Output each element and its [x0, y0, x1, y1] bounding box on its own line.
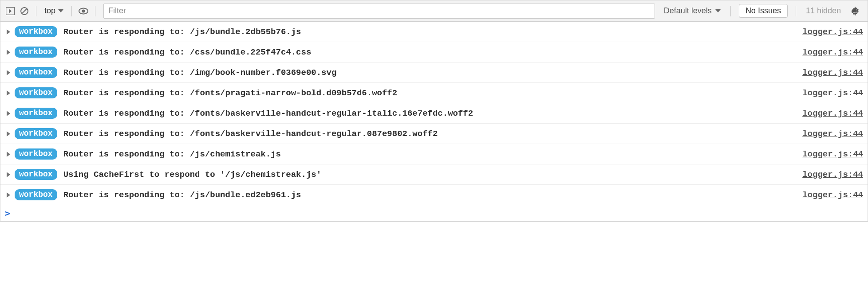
disclosure-triangle-icon[interactable]	[7, 70, 10, 75]
workbox-badge: workbox	[15, 169, 57, 180]
log-message: Router is responding to: /js/bundle.2db5…	[63, 27, 796, 37]
log-row: workboxRouter is responding to: /fonts/b…	[0, 103, 868, 124]
log-row: workboxRouter is responding to: /js/bund…	[0, 185, 868, 205]
log-message: Router is responding to: /fonts/pragati-…	[63, 88, 796, 98]
source-link[interactable]: logger.js:44	[802, 170, 863, 180]
disclosure-triangle-icon[interactable]	[7, 29, 10, 35]
console-input-row[interactable]: >	[0, 205, 868, 221]
log-row: workboxRouter is responding to: /fonts/p…	[0, 83, 868, 103]
log-message: Router is responding to: /js/bundle.ed2e…	[63, 190, 796, 200]
log-row: workboxRouter is responding to: /fonts/b…	[0, 124, 868, 144]
disclosure-triangle-icon[interactable]	[7, 90, 10, 96]
log-message: Router is responding to: /js/chemistreak…	[63, 149, 796, 159]
log-message: Router is responding to: /img/book-numbe…	[63, 68, 796, 78]
separator	[71, 6, 72, 16]
workbox-badge: workbox	[15, 26, 57, 37]
log-row: workboxRouter is responding to: /js/chem…	[0, 144, 868, 164]
prompt-caret-icon: >	[5, 208, 10, 219]
log-row: workboxRouter is responding to: /css/bun…	[0, 42, 868, 62]
hidden-messages-label[interactable]: 11 hidden	[801, 6, 845, 16]
chevron-down-icon	[715, 9, 721, 12]
source-link[interactable]: logger.js:44	[802, 47, 863, 57]
source-link[interactable]: logger.js:44	[802, 190, 863, 200]
separator	[95, 6, 95, 16]
disclosure-triangle-icon[interactable]	[7, 152, 10, 157]
workbox-badge: workbox	[15, 87, 57, 98]
context-selector[interactable]: top	[42, 6, 66, 16]
issues-button[interactable]: No Issues	[739, 4, 788, 18]
log-message: Using CacheFirst to respond to '/js/chem…	[63, 170, 796, 180]
disclosure-triangle-icon[interactable]	[7, 192, 10, 198]
filter-input[interactable]	[103, 4, 655, 19]
levels-label: Default levels	[664, 6, 712, 16]
workbox-badge: workbox	[15, 128, 57, 139]
log-message: Router is responding to: /fonts/baskervi…	[63, 109, 796, 118]
clear-console-button[interactable]	[18, 5, 31, 17]
workbox-badge: workbox	[15, 189, 57, 200]
source-link[interactable]: logger.js:44	[802, 129, 863, 139]
source-link[interactable]: logger.js:44	[802, 68, 863, 78]
log-row: workboxRouter is responding to: /img/boo…	[0, 62, 868, 83]
toggle-sidebar-button[interactable]	[4, 5, 16, 17]
svg-point-4	[82, 9, 85, 12]
source-link[interactable]: logger.js:44	[802, 109, 863, 118]
log-row: workboxRouter is responding to: /js/bund…	[0, 22, 868, 42]
log-row: workboxUsing CacheFirst to respond to '/…	[0, 164, 868, 185]
log-message: Router is responding to: /fonts/baskervi…	[63, 129, 796, 139]
separator	[796, 6, 796, 16]
separator	[730, 6, 731, 16]
log-levels-selector[interactable]: Default levels	[659, 6, 725, 16]
console-toolbar: top Default levels No Issues 11 hidden	[0, 0, 868, 22]
workbox-badge: workbox	[15, 47, 57, 58]
disclosure-triangle-icon[interactable]	[7, 50, 10, 55]
disclosure-triangle-icon[interactable]	[7, 111, 10, 116]
svg-line-2	[22, 9, 27, 13]
log-message: Router is responding to: /css/bundle.225…	[63, 47, 796, 57]
settings-button[interactable]	[849, 5, 861, 17]
log-output: workboxRouter is responding to: /js/bund…	[0, 22, 868, 205]
console-panel: top Default levels No Issues 11 hidden w…	[0, 0, 868, 222]
source-link[interactable]: logger.js:44	[802, 88, 863, 98]
source-link[interactable]: logger.js:44	[802, 149, 863, 159]
context-label: top	[44, 6, 55, 16]
disclosure-triangle-icon[interactable]	[7, 172, 10, 177]
workbox-badge: workbox	[15, 108, 57, 119]
chevron-down-icon	[58, 9, 63, 12]
disclosure-triangle-icon[interactable]	[7, 131, 10, 137]
separator	[36, 6, 36, 16]
svg-point-6	[854, 10, 856, 12]
workbox-badge: workbox	[15, 148, 57, 160]
source-link[interactable]: logger.js:44	[802, 27, 863, 37]
workbox-badge: workbox	[15, 67, 57, 78]
live-expression-button[interactable]	[77, 5, 90, 17]
